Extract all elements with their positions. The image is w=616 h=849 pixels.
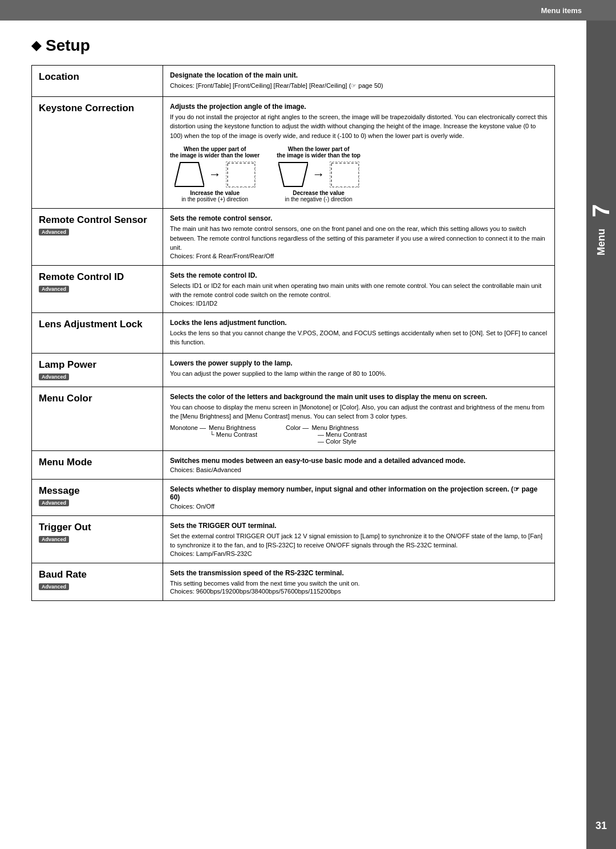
svg-rect-3 bbox=[331, 163, 359, 187]
right-cell-location: Designate the location of the main unit.… bbox=[163, 66, 555, 97]
desc-title-menu-color: Selects the color of the letters and bac… bbox=[170, 393, 548, 401]
page-title: ◆ Setup bbox=[31, 21, 555, 65]
menu-table: LocationDesignate the location of the ma… bbox=[31, 65, 555, 601]
right-tab: 7 Menu 31 bbox=[586, 21, 616, 849]
desc-body-remote-control-id: Selects ID1 or ID2 for each main unit wh… bbox=[170, 281, 548, 300]
trap-rect-left bbox=[226, 161, 256, 188]
left-cell-menu-color: Menu Color bbox=[32, 387, 163, 450]
choices-message: Choices: On/Off bbox=[170, 503, 548, 510]
item-name-trigger-out: Trigger Out bbox=[39, 522, 156, 533]
title-text: Setup bbox=[46, 36, 90, 55]
left-cell-trigger-out: Trigger OutAdvanced bbox=[32, 515, 163, 563]
table-row-remote-control-id: Remote Control IDAdvancedSets the remote… bbox=[32, 265, 555, 312]
desc-body-menu-color: You can choose to display the menu scree… bbox=[170, 403, 548, 421]
right-cell-menu-color: Selects the color of the letters and bac… bbox=[163, 387, 555, 450]
trap-rect-right bbox=[330, 161, 359, 188]
chapter-number: 7 bbox=[587, 203, 615, 217]
right-cell-baud-rate: Sets the transmission speed of the RS-23… bbox=[163, 563, 555, 601]
chapter-label: Menu bbox=[595, 229, 607, 255]
desc-title-remote-control-id: Sets the remote control ID. bbox=[170, 271, 548, 279]
table-row-menu-color: Menu ColorSelects the color of the lette… bbox=[32, 387, 555, 450]
item-name-remote-control-sensor: Remote Control Sensor bbox=[39, 214, 156, 226]
desc-title-menu-mode: Switches menu modes between an easy-to-u… bbox=[170, 457, 548, 465]
desc-title-trigger-out: Sets the TRIGGER OUT terminal. bbox=[170, 522, 548, 530]
desc-body-lamp-power: You can adjust the power supplied to the… bbox=[170, 369, 548, 379]
table-row-menu-mode: Menu ModeSwitches menu modes between an … bbox=[32, 450, 555, 479]
table-row-location: LocationDesignate the location of the ma… bbox=[32, 66, 555, 97]
left-cell-lamp-power: Lamp PowerAdvanced bbox=[32, 353, 163, 387]
desc-title-remote-control-sensor: Sets the remote control sensor. bbox=[170, 214, 548, 222]
right-cell-message: Selects whether to display memory number… bbox=[163, 479, 555, 515]
trap-wide-bottom-right bbox=[278, 161, 308, 188]
left-cell-menu-mode: Menu Mode bbox=[32, 450, 163, 479]
desc-title-lens-adjustment-lock: Locks the lens adjustment function. bbox=[170, 319, 548, 327]
desc-title-keystone: Adjusts the projection angle of the imag… bbox=[170, 103, 548, 111]
left-cell-baud-rate: Baud RateAdvanced bbox=[32, 563, 163, 601]
left-cell-lens-adjustment-lock: Lens Adjustment Lock bbox=[32, 312, 163, 353]
desc-title-lamp-power: Lowers the power supply to the lamp. bbox=[170, 359, 548, 367]
svg-rect-1 bbox=[228, 163, 255, 187]
right-cell-menu-mode: Switches menu modes between an easy-to-u… bbox=[163, 450, 555, 479]
table-row-keystone: Keystone CorrectionAdjusts the projectio… bbox=[32, 96, 555, 209]
choices-remote-control-sensor: Choices: Front & Rear/Front/Rear/Off bbox=[170, 253, 548, 259]
choices-trigger-out: Choices: Lamp/Fan/RS-232C bbox=[170, 550, 548, 557]
item-name-menu-color: Menu Color bbox=[39, 393, 156, 404]
svg-marker-2 bbox=[278, 163, 308, 186]
menu-color-tree: Monotone — Menu Brightness └ Menu Contra… bbox=[170, 424, 548, 445]
item-name-location: Location bbox=[39, 71, 156, 83]
right-cell-trigger-out: Sets the TRIGGER OUT terminal.Set the ex… bbox=[163, 515, 555, 563]
advanced-badge-baud-rate: Advanced bbox=[39, 583, 69, 590]
trap-wide-top-left bbox=[175, 161, 204, 188]
item-name-menu-mode: Menu Mode bbox=[39, 457, 156, 468]
table-row-baud-rate: Baud RateAdvancedSets the transmission s… bbox=[32, 563, 555, 601]
desc-title-baud-rate: Sets the transmission speed of the RS-23… bbox=[170, 569, 548, 577]
desc-body-location: Choices: [Front/Table] [Front/Ceiling] [… bbox=[170, 81, 548, 91]
table-row-message: MessageAdvancedSelects whether to displa… bbox=[32, 479, 555, 515]
choices-menu-mode: Choices: Basic/Advanced bbox=[170, 466, 548, 473]
item-name-lens-adjustment-lock: Lens Adjustment Lock bbox=[39, 319, 156, 330]
item-name-baud-rate: Baud Rate bbox=[39, 569, 156, 580]
main-content: ◆ Setup LocationDesignate the location o… bbox=[0, 21, 586, 601]
left-cell-remote-control-id: Remote Control IDAdvanced bbox=[32, 265, 163, 312]
top-bar: Menu items bbox=[0, 0, 616, 21]
left-cell-remote-control-sensor: Remote Control SensorAdvanced bbox=[32, 209, 163, 266]
desc-body-trigger-out: Set the external control TRIGGER OUT jac… bbox=[170, 531, 548, 550]
advanced-badge-message: Advanced bbox=[39, 499, 69, 506]
item-name-keystone: Keystone Correction bbox=[39, 103, 156, 114]
keystone-diagram: When the upper part ofthe image is wider… bbox=[170, 146, 548, 202]
table-row-trigger-out: Trigger OutAdvancedSets the TRIGGER OUT … bbox=[32, 515, 555, 563]
desc-body-remote-control-sensor: The main unit has two remote control sen… bbox=[170, 224, 548, 253]
choices-baud-rate: Choices: 9600bps/19200bps/38400bps/57600… bbox=[170, 588, 548, 595]
right-cell-remote-control-sensor: Sets the remote control sensor.The main … bbox=[163, 209, 555, 266]
table-row-lamp-power: Lamp PowerAdvancedLowers the power suppl… bbox=[32, 353, 555, 387]
left-cell-message: MessageAdvanced bbox=[32, 479, 163, 515]
table-row-lens-adjustment-lock: Lens Adjustment LockLocks the lens adjus… bbox=[32, 312, 555, 353]
left-cell-location: Location bbox=[32, 66, 163, 97]
right-cell-keystone: Adjusts the projection angle of the imag… bbox=[163, 96, 555, 209]
page-number: 31 bbox=[595, 820, 607, 832]
item-name-remote-control-id: Remote Control ID bbox=[39, 271, 156, 283]
table-row-remote-control-sensor: Remote Control SensorAdvancedSets the re… bbox=[32, 209, 555, 266]
item-name-message: Message bbox=[39, 485, 156, 497]
right-cell-lamp-power: Lowers the power supply to the lamp.You … bbox=[163, 353, 555, 387]
svg-marker-0 bbox=[175, 163, 204, 186]
choices-remote-control-id: Choices: ID1/ID2 bbox=[170, 300, 548, 307]
right-cell-remote-control-id: Sets the remote control ID.Selects ID1 o… bbox=[163, 265, 555, 312]
right-cell-lens-adjustment-lock: Locks the lens adjustment function.Locks… bbox=[163, 312, 555, 353]
diamond-icon: ◆ bbox=[31, 38, 41, 53]
desc-title-location: Designate the location of the main unit. bbox=[170, 71, 548, 79]
advanced-badge-remote-control-id: Advanced bbox=[39, 286, 69, 293]
top-bar-title: Menu items bbox=[541, 6, 582, 15]
item-name-lamp-power: Lamp Power bbox=[39, 359, 156, 371]
desc-title-message: Selects whether to display memory number… bbox=[170, 485, 548, 501]
advanced-badge-remote-control-sensor: Advanced bbox=[39, 229, 69, 235]
desc-body-keystone: If you do not install the projector at r… bbox=[170, 112, 548, 141]
desc-body-lens-adjustment-lock: Locks the lens so that you cannot change… bbox=[170, 328, 548, 347]
desc-body-baud-rate: This setting becomes valid from the next… bbox=[170, 579, 548, 588]
advanced-badge-lamp-power: Advanced bbox=[39, 373, 69, 380]
left-cell-keystone: Keystone Correction bbox=[32, 96, 163, 209]
advanced-badge-trigger-out: Advanced bbox=[39, 536, 69, 543]
